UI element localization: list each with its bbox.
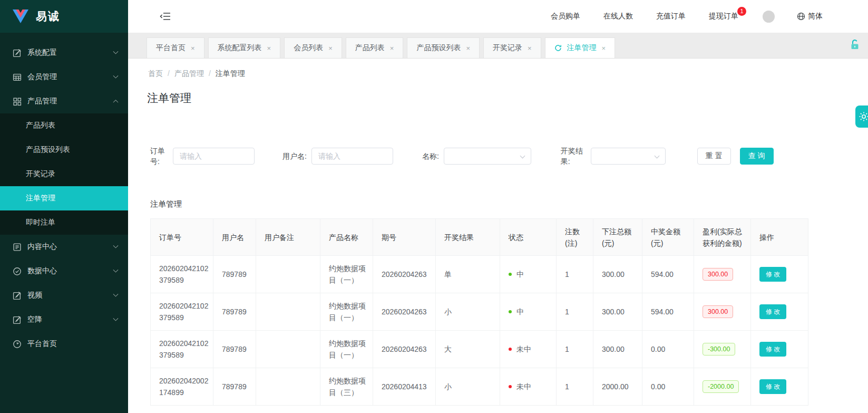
cell-issue: 20260204413	[373, 368, 436, 406]
cell-win-amount: 594.00	[642, 293, 694, 331]
edit-button[interactable]: 修 改	[759, 304, 786, 319]
sidebar-subitem-bet-management[interactable]: 注单管理	[0, 186, 128, 210]
cell-profit: 300.00	[694, 256, 751, 293]
product-submenu: 产品列表 产品预设列表 开奖记录 注单管理 即时注单	[0, 113, 128, 235]
sidebar-item-content-center[interactable]: 内容中心	[0, 235, 128, 259]
sidebar-subitem-realtime-bets[interactable]: 即时注单	[0, 210, 128, 235]
chevron-up-icon	[113, 99, 119, 104]
cell-issue: 20260204263	[373, 256, 436, 293]
cell-username: 789789	[213, 293, 256, 331]
sidebar-item-video[interactable]: 视频	[0, 283, 128, 308]
breadcrumb: 首页 / 产品管理 / 注单管理	[148, 69, 855, 79]
cell-result: 单	[436, 256, 500, 293]
sidebar-item-label: 数据中心	[27, 266, 57, 276]
cell-product: 约炮数据项目（一）	[320, 331, 373, 368]
sidebar-subitem-lottery-records[interactable]: 开奖记录	[0, 162, 128, 186]
close-icon[interactable]: ×	[191, 44, 195, 52]
topnav-online-users[interactable]: 在线人数	[603, 12, 633, 21]
username-label: 用户名:	[282, 151, 307, 161]
table-row: 202602042102379589 789789 约炮数据项目（一） 2026…	[151, 293, 808, 331]
chevron-down-icon	[113, 73, 119, 78]
cell-remark	[256, 331, 320, 368]
topbar-right: 会员购单 在线人数 充值订单 提现订单 1 简体	[528, 11, 823, 23]
order-no-input[interactable]	[173, 148, 255, 165]
cell-actions: 修 改	[751, 331, 808, 368]
sidebar-item-product-management[interactable]: 产品管理	[0, 89, 128, 113]
cell-username: 789789	[213, 331, 256, 368]
edit-button[interactable]: 修 改	[759, 342, 786, 357]
close-icon[interactable]: ×	[328, 44, 333, 52]
close-icon[interactable]: ×	[528, 44, 532, 52]
tab-bet-management[interactable]: 注单管理×	[545, 37, 616, 58]
name-select[interactable]	[444, 148, 531, 165]
cell-order-no: 202602042102379589	[151, 331, 213, 368]
close-icon[interactable]: ×	[466, 44, 470, 52]
withdraw-count-badge: 1	[737, 7, 746, 16]
sidebar-subitem-product-list[interactable]: 产品列表	[0, 113, 128, 138]
sidebar-subitem-product-preset-list[interactable]: 产品预设列表	[0, 138, 128, 162]
edit-square-icon	[13, 291, 22, 300]
reset-button[interactable]: 重 置	[697, 148, 731, 165]
cell-product: 约炮数据项目（一）	[320, 293, 373, 331]
brand-title: 易诚	[36, 9, 60, 24]
tab-platform-home[interactable]: 平台首页×	[147, 37, 204, 58]
language-switcher[interactable]: 简体	[797, 12, 823, 21]
close-icon[interactable]: ×	[602, 44, 606, 52]
status-dot-win	[509, 273, 512, 276]
tab-member-list[interactable]: 会员列表×	[284, 37, 342, 58]
edit-button[interactable]: 修 改	[759, 267, 786, 282]
lottery-result-select[interactable]	[591, 148, 666, 165]
brand-logo-icon	[13, 9, 28, 23]
sidebar-item-airdrop[interactable]: 空降	[0, 308, 128, 332]
col-status: 状态	[500, 219, 557, 256]
cell-bet-amount: 300.00	[593, 331, 642, 368]
profit-badge: -300.00	[703, 343, 735, 356]
edit-button[interactable]: 修 改	[759, 379, 786, 394]
search-button[interactable]: 查 询	[740, 148, 774, 165]
edit-square-icon	[13, 315, 22, 324]
cell-result: 大	[436, 331, 500, 368]
close-icon[interactable]: ×	[267, 44, 271, 52]
cell-remark	[256, 256, 320, 293]
username-input[interactable]	[311, 148, 393, 165]
breadcrumb-home[interactable]: 首页	[148, 69, 163, 79]
grid-icon	[13, 97, 22, 106]
sidebar-item-member-management[interactable]: 会员管理	[0, 65, 128, 89]
sidebar-item-label: 会员管理	[27, 72, 57, 82]
cell-order-no: 202602042102379589	[151, 293, 213, 331]
cell-username: 789789	[213, 368, 256, 406]
settings-fab[interactable]	[855, 105, 868, 128]
col-remark: 用户备注	[256, 219, 320, 256]
chevron-down-icon	[654, 153, 659, 159]
cell-profit: 300.00	[694, 293, 751, 331]
cell-status: 中	[500, 256, 557, 293]
sidebar-collapse-icon[interactable]	[160, 12, 171, 21]
topnav-recharge-orders[interactable]: 充值订单	[656, 12, 686, 21]
sidebar-item-data-center[interactable]: 数据中心	[0, 259, 128, 283]
tab-product-list[interactable]: 产品列表×	[346, 37, 404, 58]
topnav-member-orders[interactable]: 会员购单	[551, 12, 580, 21]
unlock-icon[interactable]	[850, 39, 860, 50]
tab-lottery-records[interactable]: 开奖记录×	[483, 37, 541, 58]
breadcrumb-current: 注单管理	[216, 69, 245, 79]
cell-remark	[256, 293, 320, 331]
tab-product-preset-list[interactable]: 产品预设列表×	[407, 37, 480, 58]
cell-remark	[256, 368, 320, 406]
sidebar-item-platform-home[interactable]: 平台首页	[0, 332, 128, 356]
col-win-amount: 中奖金额(元)	[642, 219, 694, 256]
sidebar-item-label: 产品管理	[27, 97, 57, 106]
chevron-down-icon	[113, 291, 119, 296]
topnav-withdraw-orders[interactable]: 提现订单 1	[709, 12, 738, 21]
table-icon	[13, 73, 22, 82]
sidebar-item-label: 内容中心	[27, 242, 57, 252]
brand-header: 易诚	[0, 0, 128, 33]
tab-system-config-list[interactable]: 系统配置列表×	[208, 37, 281, 58]
refresh-icon[interactable]	[554, 44, 562, 52]
avatar[interactable]	[763, 11, 775, 23]
cell-win-amount: 0.00	[642, 331, 694, 368]
sidebar-item-system-config[interactable]: 系统配置	[0, 41, 128, 65]
close-icon[interactable]: ×	[390, 44, 394, 52]
cell-status: 中	[500, 293, 557, 331]
breadcrumb-product-management[interactable]: 产品管理	[174, 69, 204, 79]
cell-status: 未中	[500, 331, 557, 368]
